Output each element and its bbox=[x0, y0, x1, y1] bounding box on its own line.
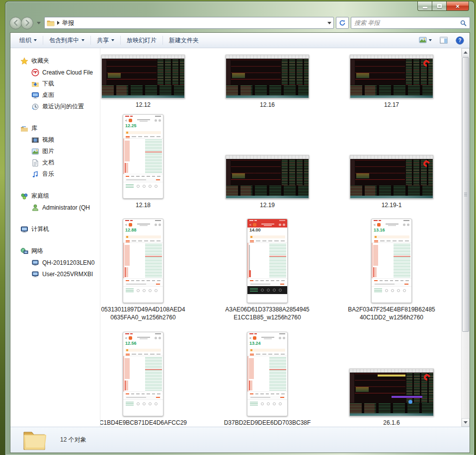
toolbar-separator bbox=[162, 36, 163, 45]
file-item[interactable]: 12.12 bbox=[101, 49, 185, 110]
file-item[interactable]: < 14.00 A3AE06D61D373388A2854945E1CC1B85… bbox=[225, 210, 310, 323]
file-name-line: 05313011897D49A4D108AED4 bbox=[100, 305, 199, 313]
sidebar-item-pc-qh[interactable]: QH-20191203LEN0 bbox=[10, 257, 100, 268]
sidebar-item-network[interactable]: 网络 bbox=[10, 245, 100, 257]
sidebar-item-homegroup[interactable]: 家庭组 bbox=[10, 190, 100, 202]
details-pane: 12 个对象 bbox=[10, 427, 470, 453]
sidebar-item-favorites[interactable]: 收藏夹 bbox=[10, 55, 100, 67]
address-bar[interactable]: 举报 bbox=[44, 17, 334, 29]
file-cell: 26.1.6 bbox=[349, 323, 461, 427]
sidebar-item-label: QH-20191203LEN0 bbox=[42, 259, 94, 266]
recent-pages-dropdown[interactable] bbox=[37, 22, 41, 24]
sidebar-item-downloads[interactable]: 下载 bbox=[10, 78, 100, 89]
file-name: 12.17 bbox=[336, 101, 447, 110]
phone-screenshot-mock: < 12.88 bbox=[123, 219, 163, 294]
file-item[interactable]: < 12.25 12.18 bbox=[101, 110, 185, 210]
sidebar-item-label: Administrator (QH bbox=[42, 204, 90, 211]
toolbar-item-new-folder[interactable]: 新建文件夹 bbox=[164, 34, 204, 47]
file-item[interactable]: 12.16 bbox=[225, 49, 310, 110]
toolbar-item-share[interactable]: 共享 bbox=[92, 34, 119, 47]
address-dropdown-icon[interactable] bbox=[327, 22, 331, 24]
file-name-line: 12.12 bbox=[100, 101, 199, 109]
sidebar-item-desktop[interactable]: 桌面 bbox=[10, 89, 100, 101]
file-name: 12.19 bbox=[212, 201, 323, 210]
sidebar-item-creative-cloud-files[interactable]: Creative Cloud File bbox=[10, 67, 100, 78]
sidebar-item-videos[interactable]: 视频 bbox=[10, 134, 100, 146]
sidebar-item-pictures[interactable]: 图片 bbox=[10, 146, 100, 157]
preview-pane-button[interactable] bbox=[438, 35, 449, 45]
navigation-pane: 收藏夹Creative Cloud File下载桌面最近访问的位置库视频图片文档… bbox=[10, 48, 100, 427]
file-name: 12.18 bbox=[100, 201, 199, 210]
address-row: 举报 bbox=[5, 15, 474, 31]
sidebar-item-administrator[interactable]: Administrator (QH bbox=[10, 202, 100, 213]
file-item[interactable]: < 12.56 C1BD4E9BCB71DE4D6AFCC29604EAE8BA… bbox=[101, 323, 185, 427]
file-item[interactable]: 12.19 bbox=[225, 110, 310, 210]
sidebar-item-label: Creative Cloud File bbox=[42, 69, 93, 76]
file-item[interactable]: < 13.24 D37BD2ED9DEE6DD703BC38FF50BADA8F… bbox=[225, 323, 310, 427]
file-cell: < 13.16 BA2F0347F254E4BF819B6248540C1DD2… bbox=[349, 210, 461, 323]
vertical-scrollbar[interactable] bbox=[461, 48, 470, 427]
sidebar-item-label: 音乐 bbox=[42, 170, 54, 178]
file-name-line: E1CC1B85_w1256h2760 bbox=[212, 313, 323, 321]
file-item[interactable]: 26.1.6 bbox=[349, 323, 434, 427]
help-icon: ? bbox=[456, 36, 464, 45]
refresh-button[interactable] bbox=[336, 17, 349, 29]
file-cell: 12.12 bbox=[101, 49, 225, 110]
title-bar[interactable]: × bbox=[5, 1, 474, 15]
file-thumbnail bbox=[226, 55, 309, 98]
close-button[interactable]: × bbox=[446, 1, 469, 11]
file-item[interactable]: 12.19-1 bbox=[349, 110, 434, 210]
minimize-button[interactable] bbox=[417, 1, 432, 11]
views-dropdown-icon bbox=[429, 39, 432, 41]
back-button[interactable] bbox=[9, 17, 22, 29]
sidebar-item-recent-places[interactable]: 最近访问的位置 bbox=[10, 101, 100, 112]
sidebar-item-documents[interactable]: 文档 bbox=[10, 157, 100, 168]
file-name-line: 12.19-1 bbox=[336, 201, 447, 209]
breadcrumb-folder[interactable]: 举报 bbox=[62, 19, 74, 27]
file-list-area[interactable]: 12.12 12.16 bbox=[100, 48, 461, 427]
computer-icon bbox=[20, 226, 28, 233]
library-icon bbox=[20, 125, 28, 133]
stock-price: 14.00 bbox=[249, 228, 261, 233]
chevron-down-icon bbox=[111, 39, 114, 41]
file-name-line: A3AE06D61D373388A2854945 bbox=[212, 305, 323, 313]
file-item[interactable]: < 12.88 05313011897D49A4D108AED40635FAA0… bbox=[101, 210, 185, 323]
scroll-down-button[interactable] bbox=[462, 418, 470, 427]
bluedot-marker bbox=[408, 400, 412, 404]
toolbar-item-slideshow[interactable]: 放映幻灯片 bbox=[122, 34, 161, 47]
toolbar-item-include-in-library[interactable]: 包含到库中 bbox=[44, 34, 89, 47]
sidebar-item-label: 桌面 bbox=[42, 91, 54, 99]
file-name-line: 12.19 bbox=[212, 201, 323, 209]
scroll-down-icon bbox=[464, 421, 468, 424]
forward-arrow-icon bbox=[24, 20, 30, 26]
maximize-button[interactable] bbox=[432, 1, 447, 11]
file-name-line: D37BD2ED9DEE6DD703BC38F bbox=[212, 419, 323, 427]
app-icon bbox=[253, 223, 256, 227]
phone-screenshot-mock: < 13.24 bbox=[247, 332, 287, 407]
file-cell: < 12.25 12.18 bbox=[101, 110, 225, 210]
file-name-line: BA2F0347F254E4BF819B62485 bbox=[336, 305, 447, 313]
views-icon bbox=[419, 37, 427, 44]
toolbar-item-organize[interactable]: 组织 bbox=[14, 34, 42, 47]
sidebar-item-libraries[interactable]: 库 bbox=[10, 123, 100, 134]
file-item[interactable]: < 13.16 BA2F0347F254E4BF819B6248540C1DD2… bbox=[349, 210, 434, 323]
cc-icon bbox=[31, 69, 39, 76]
help-button[interactable]: ? bbox=[454, 35, 466, 46]
scrollbar-track[interactable] bbox=[462, 57, 470, 418]
explorer-window: × 举报 bbox=[5, 1, 475, 455]
sidebar-item-pc-user[interactable]: User-2025VRMXBI bbox=[10, 268, 100, 280]
sidebar-item-label: 计算机 bbox=[31, 225, 49, 233]
forward-button[interactable] bbox=[21, 17, 33, 29]
scroll-up-button[interactable] bbox=[462, 48, 470, 57]
phone-screenshot-mock: < 12.25 bbox=[123, 115, 163, 190]
sidebar-item-computer[interactable]: 计算机 bbox=[10, 224, 100, 235]
app-icon bbox=[129, 223, 132, 227]
scrollbar-thumb[interactable] bbox=[462, 57, 469, 332]
app-icon bbox=[377, 223, 381, 227]
search-icon[interactable] bbox=[460, 20, 467, 26]
file-item[interactable]: 12.17 bbox=[349, 49, 434, 110]
sidebar-item-music[interactable]: 音乐 bbox=[10, 168, 100, 180]
change-view-button[interactable] bbox=[417, 35, 433, 45]
music-icon bbox=[31, 170, 39, 178]
search-input[interactable] bbox=[354, 19, 460, 26]
